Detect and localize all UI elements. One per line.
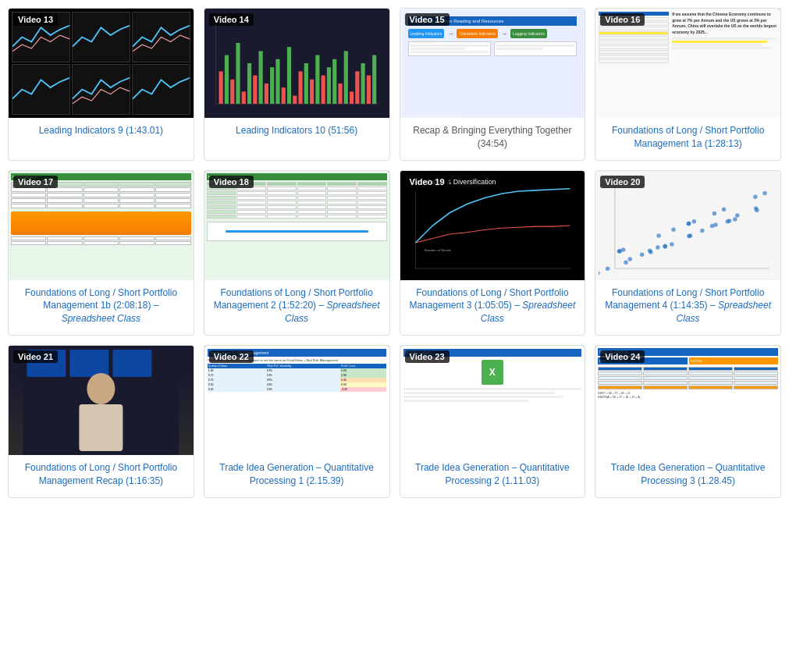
svg-rect-21	[287, 47, 291, 104]
thumbnail-video-21: Video 21	[9, 346, 194, 455]
svg-point-67	[663, 244, 668, 249]
svg-point-57	[722, 207, 727, 212]
video-grid: Video 13Leading Indicators 9 (1:43.01) V…	[8, 8, 781, 498]
svg-rect-14	[247, 63, 251, 104]
svg-rect-27	[321, 76, 325, 104]
video-label-video-18: Video 18	[209, 176, 254, 188]
svg-rect-19	[275, 59, 279, 104]
card-body-video-13: Leading Indicators 9 (1:43.01)	[9, 118, 194, 160]
video-label-video-17: Video 17	[13, 176, 58, 188]
svg-point-71	[710, 223, 715, 228]
card-body-video-20: Foundations of Long / Short Portfolio Ma…	[595, 280, 780, 335]
thumbnail-video-24: EBIT vs EBITDA EBIT EBITDA EBIT = NI + I…	[595, 346, 780, 455]
svg-rect-25	[310, 80, 314, 104]
svg-rect-90	[79, 404, 123, 451]
title-link-video-21[interactable]: Foundations of Long / Short Portfolio Ma…	[25, 462, 177, 486]
video-label-video-13: Video 13	[13, 13, 58, 26]
title-link-video-16[interactable]: Foundations of Long / Short Portfolio Ma…	[612, 125, 764, 149]
svg-text:Number of Stocks: Number of Stocks	[424, 248, 452, 252]
thumbnail-video-14: Video 14	[204, 9, 389, 118]
video-label-video-15: Video 15	[405, 13, 450, 26]
title-link-video-15[interactable]: Recap & Bringing Everything Together (34…	[413, 125, 571, 149]
card-title-video-19[interactable]: Foundations of Long / Short Portfolio Ma…	[408, 286, 578, 325]
card-title-video-14[interactable]: Leading Indicators 10 (51:56)	[212, 124, 382, 137]
svg-point-56	[640, 252, 645, 257]
card-video-22: Trade Ideas Vs Risk Management Trade Ide…	[204, 345, 390, 498]
card-title-video-21[interactable]: Foundations of Long / Short Portfolio Ma…	[16, 461, 186, 488]
svg-rect-13	[241, 91, 245, 104]
svg-rect-10	[225, 55, 229, 104]
title-link-video-13[interactable]: Leading Indicators 9 (1:43.01)	[39, 125, 163, 136]
svg-point-50	[687, 233, 691, 238]
svg-rect-33	[355, 71, 359, 104]
svg-point-82	[733, 217, 737, 222]
card-video-13: Video 13Leading Indicators 9 (1:43.01)	[8, 8, 194, 161]
card-body-video-22: Trade Idea Generation – Quantitative Pro…	[204, 455, 389, 497]
card-body-video-14: Leading Indicators 10 (51:56)	[204, 118, 389, 160]
video-label-video-14: Video 14	[209, 13, 254, 26]
card-title-video-23[interactable]: Trade Idea Generation – Quantitative Pro…	[408, 461, 578, 488]
svg-rect-22	[293, 96, 297, 104]
svg-rect-26	[315, 55, 319, 104]
card-body-video-18: Foundations of Long / Short Portfolio Ma…	[204, 280, 389, 335]
card-title-video-13[interactable]: Leading Indicators 9 (1:43.01)	[16, 124, 186, 137]
card-title-video-16[interactable]: Foundations of Long / Short Portfolio Ma…	[603, 124, 773, 151]
svg-point-80	[735, 213, 740, 218]
svg-point-75	[753, 194, 758, 199]
svg-rect-87	[69, 350, 108, 377]
svg-rect-15	[253, 76, 257, 104]
title-dash-video-17: –	[151, 300, 158, 311]
svg-point-69	[692, 219, 697, 224]
svg-rect-12	[236, 43, 240, 104]
card-video-19: Correlation & Diversification Number of …	[400, 170, 586, 336]
card-video-14: Video 14Leading Indicators 10 (51:56)	[204, 8, 390, 161]
svg-point-66	[618, 249, 623, 254]
svg-rect-18	[270, 67, 274, 104]
card-video-16: If we assume that the Chinese Economy co…	[595, 8, 781, 161]
title-link-video-14[interactable]: Leading Indicators 10 (51:56)	[236, 125, 357, 136]
video-label-video-23: Video 23	[405, 350, 450, 363]
svg-point-74	[648, 248, 652, 253]
thumbnail-video-23: DOWNLOADS X Video 23	[400, 346, 585, 455]
card-title-video-20[interactable]: Foundations of Long / Short Portfolio Ma…	[603, 286, 773, 325]
svg-rect-23	[298, 71, 302, 104]
card-title-video-15[interactable]: Recap & Bringing Everything Together (34…	[408, 124, 578, 151]
svg-point-53	[700, 228, 705, 233]
spreadsheet-link-video-17[interactable]: Spreadsheet Class	[62, 313, 140, 324]
video-label-video-22: Video 22	[209, 350, 254, 363]
svg-rect-36	[372, 55, 376, 104]
title-link-video-24[interactable]: Trade Idea Generation – Quantitative Pro…	[611, 462, 766, 486]
video-label-video-24: Video 24	[600, 350, 645, 363]
card-body-video-19: Foundations of Long / Short Portfolio Ma…	[400, 280, 585, 335]
thumbnail-video-17: Portfolio Analysis Video 17	[9, 171, 194, 280]
video-label-video-16: Video 16	[600, 13, 645, 26]
card-body-video-23: Trade Idea Generation – Quantitative Pro…	[400, 455, 585, 497]
svg-rect-31	[343, 51, 347, 104]
thumbnail-video-19: Correlation & Diversification Number of …	[400, 171, 585, 280]
svg-point-64	[727, 219, 732, 223]
thumbnail-video-22: Trade Ideas Vs Risk Management Trade Ide…	[204, 346, 389, 455]
svg-rect-32	[350, 91, 354, 104]
title-link-video-23[interactable]: Trade Idea Generation – Quantitative Pro…	[415, 462, 570, 486]
card-title-video-24[interactable]: Trade Idea Generation – Quantitative Pro…	[603, 461, 773, 488]
svg-point-84	[713, 211, 717, 215]
svg-rect-34	[361, 63, 364, 104]
thumbnail-video-15: Downloads / Further Reading and Resource…	[400, 9, 585, 118]
svg-point-91	[89, 374, 112, 399]
card-video-20: Video 20Foundations of Long / Short Port…	[595, 170, 781, 336]
svg-rect-9	[219, 71, 222, 104]
svg-point-62	[628, 257, 633, 261]
svg-rect-35	[367, 76, 371, 104]
svg-rect-11	[230, 80, 234, 104]
card-video-21: Video 21Foundations of Long / Short Port…	[8, 345, 194, 498]
card-video-23: DOWNLOADS X Video 23Trade Idea Generatio…	[400, 345, 586, 498]
card-title-video-22[interactable]: Trade Idea Generation – Quantitative Pro…	[212, 461, 382, 488]
title-dash-video-20: –	[708, 300, 716, 311]
card-video-15: Downloads / Further Reading and Resource…	[400, 8, 586, 161]
title-link-video-22[interactable]: Trade Idea Generation – Quantitative Pro…	[219, 462, 374, 486]
card-title-video-18[interactable]: Foundations of Long / Short Portfolio Ma…	[212, 286, 382, 325]
card-title-video-17[interactable]: Foundations of Long / Short Portfolio Ma…	[16, 286, 186, 325]
svg-rect-88	[112, 350, 151, 377]
svg-point-72	[763, 190, 768, 195]
video-label-video-21: Video 21	[13, 350, 58, 363]
